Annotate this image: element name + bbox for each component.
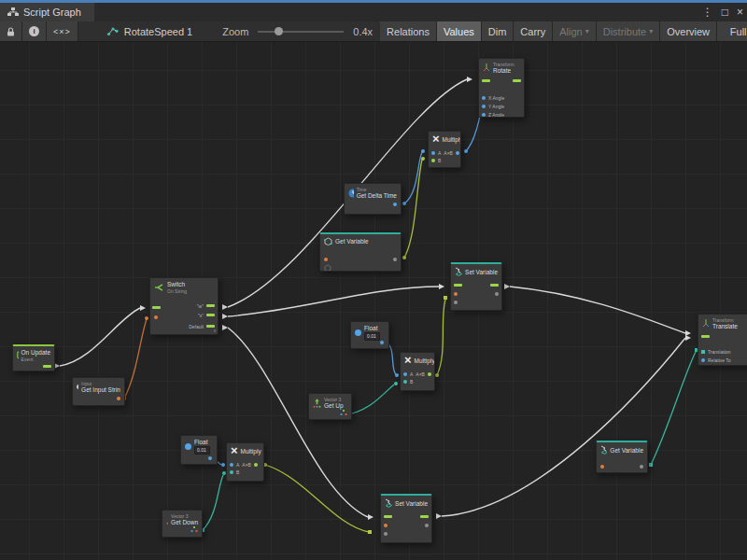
graph-canvas[interactable]: Transform Rotate X Angle Y Angle Z Angle… — [0, 42, 747, 560]
flow-out-port[interactable] — [420, 515, 429, 518]
node-rotate[interactable]: Transform Rotate X Angle Y Angle Z Angle — [478, 58, 525, 118]
node-float-bottom[interactable]: Float 0.01 — [180, 435, 218, 465]
node-set-variable-bottom[interactable]: Set Variable — [380, 494, 432, 543]
float-value-field[interactable]: 0.01 — [194, 446, 210, 455]
wire-getvariable-bottom-to-translate[interactable] — [649, 348, 698, 467]
node-float-mid[interactable]: Float 0.01 — [350, 321, 389, 349]
dim-button[interactable]: Dim — [482, 21, 514, 41]
port-a[interactable] — [403, 372, 407, 376]
port-name-in[interactable] — [384, 524, 388, 527]
port-result[interactable] — [428, 372, 431, 376]
port-value-out[interactable] — [393, 258, 397, 261]
vector3-out-port[interactable] — [340, 410, 347, 416]
zoom-control: Zoom 0.4x — [215, 21, 380, 41]
float-icon — [185, 443, 191, 450]
node-set-variable-top[interactable]: Set Variable — [450, 262, 502, 311]
wire-setvariable-bottom-to-translate[interactable] — [436, 335, 691, 519]
wire-setvariable-top-to-translate[interactable] — [504, 284, 691, 336]
flow-in-port[interactable] — [454, 284, 462, 287]
flow-out-port[interactable] — [43, 365, 51, 368]
port-relative-to[interactable]: Relative To — [698, 357, 747, 365]
overview-button[interactable]: Overview — [660, 21, 717, 41]
port-float-out[interactable] — [380, 341, 384, 344]
zoom-slider[interactable] — [258, 31, 344, 33]
graph-name[interactable]: RotateSpeed 1 — [124, 26, 192, 37]
port-a[interactable] — [431, 151, 435, 155]
graph-breadcrumb: RotateSpeed 1 — [99, 21, 200, 41]
case-row-default[interactable]: Default — [150, 322, 218, 331]
close-icon[interactable]: × — [737, 6, 743, 19]
node-get-input-string[interactable]: Input Get Input Strin — [72, 377, 125, 406]
node-multiply-top[interactable]: × Multiply A A×B B — [428, 131, 461, 168]
node-on-update[interactable]: On Update Event — [12, 344, 55, 371]
port-value-in[interactable] — [384, 532, 388, 536]
port-result[interactable] — [254, 463, 258, 467]
wire-onupdate-to-switch[interactable] — [54, 305, 146, 369]
tab-script-graph[interactable]: Script Graph — [0, 3, 94, 21]
wire-getinput-to-switch[interactable] — [122, 316, 148, 400]
port-name-in[interactable] — [600, 465, 604, 469]
port-b[interactable] — [403, 380, 407, 384]
flow-ports — [479, 77, 524, 85]
wire-multiply-mid-to-setvariable-top[interactable] — [435, 296, 447, 377]
port-delta-out[interactable] — [393, 203, 397, 206]
flow-in-port[interactable] — [384, 515, 392, 518]
transform-icon — [483, 63, 490, 72]
port-string-out[interactable] — [117, 397, 120, 400]
chevron-icon[interactable]: › — [214, 328, 216, 334]
port-a[interactable] — [230, 463, 233, 467]
lock-button[interactable] — [0, 21, 22, 41]
port-name-in[interactable] — [454, 292, 458, 296]
lock-icon — [7, 27, 15, 36]
port-result[interactable] — [456, 151, 459, 155]
carry-button[interactable]: Carry — [514, 21, 553, 41]
port-z-angle[interactable]: Z Angle — [479, 111, 524, 118]
wire-multiply-bottom-to-setvariable-bottom[interactable] — [263, 463, 372, 534]
flow-in-port[interactable] — [152, 306, 161, 309]
vector3-out-port[interactable] — [190, 526, 198, 533]
port-translation[interactable]: Translation — [698, 348, 747, 357]
node-multiply-bottom[interactable]: × Multiply A A×B B — [226, 442, 264, 482]
values-button[interactable]: Values — [437, 21, 482, 41]
maximize-icon[interactable]: □ — [722, 6, 728, 19]
port-y-angle[interactable]: Y Angle — [479, 103, 524, 111]
node-get-down[interactable]: Vector 3 Get Down — [162, 510, 203, 538]
align-button[interactable]: Align ▾ — [553, 21, 596, 41]
inspect-button[interactable]: i — [22, 21, 47, 41]
distribute-dropdown-icon: ▾ — [649, 27, 653, 35]
wire-switch-default-to-setvariable-bottom[interactable] — [222, 325, 374, 520]
node-get-delta-time[interactable]: Time Get Delta Time — [344, 183, 402, 215]
wire-getdown-to-multiply-bottom-b[interactable] — [201, 471, 226, 532]
port-value-out[interactable] — [425, 524, 429, 527]
port-selector-in[interactable] — [154, 315, 158, 319]
window-menu-icon[interactable]: ⋮ — [702, 6, 713, 19]
port-value-out[interactable] — [640, 465, 643, 469]
node-translate[interactable]: Transform Translate Translation Relative… — [698, 314, 747, 366]
node-get-variable-top[interactable]: Get Variable — [319, 232, 402, 272]
distribute-button[interactable]: Distribute ▾ — [597, 21, 660, 41]
zoom-slider-handle[interactable] — [275, 27, 283, 35]
graph-icon — [106, 26, 119, 36]
flow-in-port[interactable] — [482, 79, 490, 82]
port-name-in[interactable] — [324, 258, 328, 261]
node-get-up[interactable]: Vector 3 Get Up — [308, 393, 352, 420]
case-row-2[interactable]: "s" — [150, 311, 218, 320]
wire-switch-case2-to-setvariable-top[interactable] — [222, 284, 444, 319]
float-value-field[interactable]: 0.01 — [364, 332, 380, 341]
port-value-in[interactable] — [454, 301, 458, 304]
port-float-out[interactable] — [208, 456, 212, 460]
port-x-angle[interactable]: X Angle — [479, 94, 524, 103]
node-get-variable-bottom[interactable]: Get Variable — [596, 441, 648, 473]
relations-button[interactable]: Relations — [380, 21, 437, 41]
node-multiply-mid[interactable]: × Multiply A A×B B — [400, 352, 435, 391]
flow-out-port[interactable] — [513, 79, 521, 82]
port-value-out[interactable] — [495, 292, 499, 296]
node-switch-on-string[interactable]: Switch On String "w" "s" Default › — [149, 277, 218, 335]
flow-in-port[interactable] — [701, 335, 710, 338]
csharp-preview-button[interactable]: <×> — [47, 21, 78, 41]
port-b[interactable] — [431, 159, 435, 162]
wire-getvariable-to-multiply-b[interactable] — [402, 157, 425, 259]
flow-out-port[interactable] — [490, 284, 499, 287]
port-b[interactable] — [230, 470, 233, 474]
fullscreen-button[interactable]: Full Scre — [717, 21, 747, 41]
